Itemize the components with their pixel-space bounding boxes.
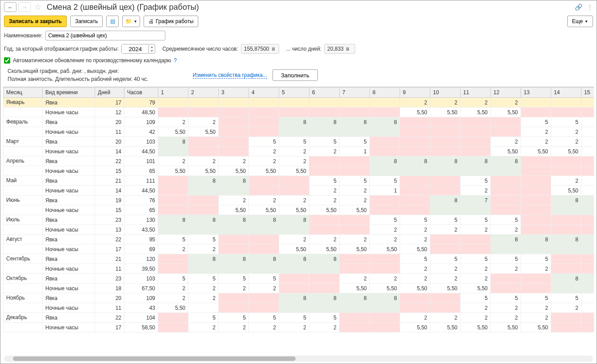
day-cell[interactable]: 5,50 bbox=[551, 147, 581, 156]
day-cell[interactable]: 2 bbox=[219, 196, 249, 205]
table-row[interactable]: Ночные часы1758,50222225,505,505,505,505… bbox=[4, 323, 594, 332]
day-cell[interactable] bbox=[581, 303, 594, 313]
day-cell[interactable]: 5 bbox=[521, 293, 551, 303]
table-row[interactable]: Ночные часы1139,5022222 bbox=[4, 264, 594, 274]
day-cell[interactable]: 5 bbox=[521, 254, 551, 264]
favorite-star-icon[interactable]: ☆ bbox=[34, 2, 41, 12]
day-cell[interactable] bbox=[340, 166, 370, 176]
day-cell[interactable]: 2 bbox=[219, 323, 249, 332]
day-cell[interactable]: 2 bbox=[521, 303, 551, 313]
table-row[interactable]: ДекабрьЯвка221045555522222 bbox=[4, 313, 594, 323]
day-cell[interactable] bbox=[551, 323, 581, 332]
day-cell[interactable]: 8 bbox=[521, 235, 551, 244]
day-cell[interactable]: 8 bbox=[340, 117, 370, 127]
day-cell[interactable] bbox=[309, 284, 340, 293]
day-cell[interactable] bbox=[551, 108, 581, 117]
day-cell[interactable] bbox=[279, 108, 309, 117]
table-row[interactable]: ОктябрьЯвка2310355552222288 bbox=[4, 274, 594, 284]
day-cell[interactable] bbox=[188, 264, 219, 274]
day-cell[interactable]: 2 bbox=[581, 176, 594, 186]
day-cell[interactable]: 5,50 bbox=[370, 284, 400, 293]
auto-update-checkbox[interactable] bbox=[4, 57, 10, 64]
table-row[interactable]: Ночные часы15655,505,505,505,505,50 bbox=[4, 166, 594, 176]
day-cell[interactable] bbox=[581, 156, 594, 166]
day-cell[interactable]: 2 bbox=[158, 284, 188, 293]
day-cell[interactable]: 5,50 bbox=[491, 108, 521, 117]
table-row[interactable]: Ночные часы1444,5022215,505,505,505,50 bbox=[4, 147, 594, 156]
day-cell[interactable] bbox=[491, 274, 521, 284]
day-cell[interactable]: 5,50 bbox=[340, 244, 370, 254]
day-cell[interactable] bbox=[430, 166, 461, 176]
spinner-up-icon[interactable]: ▲ bbox=[149, 45, 155, 49]
day-cell[interactable]: 5,50 bbox=[400, 323, 430, 332]
day-cell[interactable] bbox=[279, 274, 309, 284]
day-cell[interactable] bbox=[158, 323, 188, 332]
day-cell[interactable] bbox=[279, 284, 309, 293]
day-cell[interactable] bbox=[340, 303, 370, 313]
day-cell[interactable]: 5,50 bbox=[188, 166, 219, 176]
day-cell[interactable]: 2 bbox=[219, 156, 249, 166]
day-cell[interactable] bbox=[491, 127, 521, 137]
day-cell[interactable] bbox=[249, 225, 279, 235]
day-cell[interactable] bbox=[370, 264, 400, 274]
day-cell[interactable] bbox=[309, 166, 340, 176]
day-cell[interactable] bbox=[461, 137, 491, 147]
day-cell[interactable]: 5 bbox=[340, 176, 370, 186]
day-cell[interactable]: 2 bbox=[188, 284, 219, 293]
day-cell[interactable] bbox=[219, 137, 249, 147]
day-cell[interactable]: 8 bbox=[158, 137, 188, 147]
day-cell[interactable] bbox=[551, 156, 581, 166]
day-cell[interactable] bbox=[521, 98, 551, 108]
day-cell[interactable] bbox=[581, 108, 594, 117]
day-cell[interactable]: 8 bbox=[279, 293, 309, 303]
col-day-3[interactable]: 3 bbox=[219, 88, 249, 98]
day-cell[interactable] bbox=[521, 205, 551, 215]
day-cell[interactable]: 5,50 bbox=[491, 323, 521, 332]
day-cell[interactable] bbox=[551, 98, 581, 108]
day-cell[interactable] bbox=[430, 205, 461, 215]
day-cell[interactable]: 2 bbox=[521, 264, 551, 274]
day-cell[interactable]: 2 bbox=[461, 274, 491, 284]
day-cell[interactable] bbox=[158, 147, 188, 156]
day-cell[interactable]: 5 bbox=[551, 117, 581, 127]
scrollbar-thumb[interactable] bbox=[13, 356, 296, 361]
day-cell[interactable]: 2 bbox=[551, 127, 581, 137]
day-cell[interactable] bbox=[430, 244, 461, 254]
day-cell[interactable]: 5,50 bbox=[309, 244, 340, 254]
day-cell[interactable]: 5,50 bbox=[188, 127, 219, 137]
day-cell[interactable]: 2 bbox=[158, 293, 188, 303]
day-cell[interactable] bbox=[340, 156, 370, 166]
day-cell[interactable]: 8 bbox=[370, 156, 400, 166]
day-cell[interactable]: 1 bbox=[340, 147, 370, 156]
day-cell[interactable]: 5,50 bbox=[219, 205, 249, 215]
day-cell[interactable] bbox=[370, 147, 400, 156]
day-cell[interactable]: 2 bbox=[249, 323, 279, 332]
table-row[interactable]: Ночные часы1769225,505,505,505,505,50 bbox=[4, 244, 594, 254]
day-cell[interactable] bbox=[430, 127, 461, 137]
table-row[interactable]: ИюльЯвка231308888855555 bbox=[4, 215, 594, 225]
day-cell[interactable] bbox=[249, 293, 279, 303]
day-cell[interactable] bbox=[219, 108, 249, 117]
day-cell[interactable] bbox=[581, 323, 594, 332]
day-cell[interactable]: 5 bbox=[461, 254, 491, 264]
schedule-table-wrap[interactable]: Месяц Вид времени Дней Часов123456789101… bbox=[3, 87, 594, 353]
day-cell[interactable]: 8 bbox=[430, 156, 461, 166]
day-cell[interactable] bbox=[521, 156, 551, 166]
year-input[interactable] bbox=[122, 44, 148, 53]
day-cell[interactable]: 8 bbox=[400, 156, 430, 166]
day-cell[interactable] bbox=[279, 98, 309, 108]
day-cell[interactable]: 2 bbox=[491, 264, 521, 274]
day-cell[interactable]: 5 bbox=[400, 254, 430, 264]
day-cell[interactable]: 5 bbox=[309, 137, 340, 147]
day-cell[interactable]: 8 bbox=[340, 293, 370, 303]
col-type[interactable]: Вид времени bbox=[43, 88, 95, 98]
fill-button[interactable]: Заполнить bbox=[272, 69, 318, 81]
day-cell[interactable]: 2 bbox=[188, 293, 219, 303]
day-cell[interactable]: 8 bbox=[188, 215, 219, 225]
day-cell[interactable] bbox=[158, 264, 188, 274]
table-row[interactable]: АпрельЯвка221012222288888 bbox=[4, 156, 594, 166]
day-cell[interactable] bbox=[249, 235, 279, 244]
day-cell[interactable] bbox=[430, 147, 461, 156]
day-cell[interactable] bbox=[430, 176, 461, 186]
day-cell[interactable] bbox=[309, 98, 340, 108]
